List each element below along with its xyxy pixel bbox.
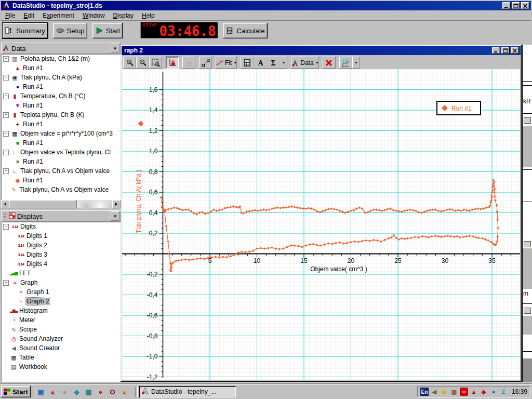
collapse-icon[interactable]: − — [3, 56, 9, 62]
taskbar-task-datastudio[interactable]: DataStudio - tepelny_... — [139, 386, 236, 397]
bird-shortcut[interactable]: ● — [60, 388, 69, 396]
data-item-2[interactable]: −▮Temperature, Ch B (°C) — [1, 91, 121, 101]
setup-button[interactable]: Setup — [53, 23, 87, 38]
display-item-fft[interactable]: ▂▄▆FFT — [1, 269, 121, 278]
run-item[interactable]: ▲Run #1 — [1, 63, 121, 73]
minimize-button[interactable] — [502, 2, 511, 9]
displays-panel-menu-button[interactable]: ▼ — [111, 211, 119, 221]
zoom-select-button[interactable] — [149, 57, 162, 69]
legend[interactable]: Run #1 — [437, 101, 481, 115]
pen-z-icon[interactable]: Z — [499, 388, 508, 396]
scrollbar-thumb[interactable] — [9, 200, 77, 208]
collapse-icon[interactable]: − — [3, 131, 9, 137]
display-item-digits-4[interactable]: 3.14Digits 4 — [1, 259, 121, 269]
close-button[interactable] — [511, 47, 519, 54]
zoom-out-button[interactable] — [136, 57, 149, 69]
display-item-workbook[interactable]: ▤Workbook — [1, 362, 121, 371]
display-item-meter[interactable]: ◔Meter — [1, 315, 121, 325]
display-item-graph[interactable]: −≈Graph — [1, 278, 121, 287]
collapse-icon[interactable]: − — [3, 224, 9, 230]
language-en-indicator[interactable]: En — [420, 388, 429, 396]
collapse-icon[interactable]: − — [3, 280, 9, 286]
run-item[interactable]: ×Run #1 — [1, 157, 121, 166]
menu-display[interactable]: Display — [109, 11, 138, 20]
display-item-digits[interactable]: −3.14Digits — [1, 222, 121, 231]
display-item-table[interactable]: ▦Table — [1, 353, 121, 362]
acrobat-shortcut[interactable]: ▲ — [48, 388, 57, 396]
maximize-button[interactable] — [501, 47, 510, 54]
xy-tool-button[interactable]: xy — [182, 57, 195, 69]
data-item-3[interactable]: −▮Teplota plynu, Ch B (K) — [1, 110, 121, 119]
data-panel-menu-button[interactable]: ▼ — [111, 44, 119, 53]
flame-shortcut[interactable]: ▲ — [120, 388, 129, 396]
data-item-4[interactable]: −▦Objem valce = pi*r*r*y*100 (cm^3 — [1, 129, 121, 138]
collapse-icon[interactable]: − — [3, 168, 9, 174]
opera-shortcut[interactable]: O — [108, 388, 117, 396]
statistics-button[interactable]: Σ — [267, 57, 280, 69]
notes-shortcut[interactable]: ▣ — [36, 388, 45, 396]
fit-dropdown[interactable]: Fit▼ — [216, 57, 237, 69]
display-item-digits-2[interactable]: 3.14Digits 2 — [1, 241, 121, 250]
data-item-6[interactable]: −∟Tlak plynu, Ch A vs Objem valce — [1, 166, 121, 176]
menu-help[interactable]: Help — [138, 11, 159, 20]
run-item[interactable]: ▼Run #1 — [1, 101, 121, 110]
scheduler-icon[interactable]: ▦ — [450, 388, 458, 396]
statistics-dropdown[interactable]: ▼ — [280, 57, 287, 69]
calculate-button[interactable]: Calculate — [223, 23, 268, 38]
collapse-icon[interactable]: − — [3, 112, 9, 118]
data-item-7[interactable]: ✎Tlak plynu, Ch A vs Objem valce — [1, 185, 121, 194]
inkpen-shortcut[interactable]: ◆ — [72, 388, 81, 396]
menu-experiment[interactable]: Experiment — [38, 11, 78, 20]
sync-icon[interactable]: ● — [489, 388, 498, 396]
run-item[interactable]: ■Run #1 — [1, 138, 121, 148]
graph-titlebar[interactable]: raph 2 — [122, 46, 521, 55]
display-item-graph-1[interactable]: ≈Graph 1 — [1, 287, 121, 297]
display-item-scope[interactable]: ∿Scope — [1, 325, 121, 334]
display-item-sound-creator[interactable]: ◀Sound Creator — [1, 343, 121, 353]
calculator-shortcut[interactable]: ▦ — [84, 388, 93, 396]
red-diamond-icon[interactable]: ◆ — [480, 388, 488, 396]
lock-axes-button[interactable] — [166, 57, 179, 69]
zoom-in-button[interactable] — [123, 57, 136, 69]
run-item[interactable]: ●Run #1 — [1, 82, 121, 91]
dragon-shortcut[interactable]: ● — [96, 388, 105, 396]
collapse-icon[interactable]: − — [3, 150, 9, 155]
summary-button[interactable]: Summary — [3, 23, 48, 38]
run-item[interactable]: +Run #1 — [1, 119, 121, 129]
calculate-tool-button[interactable] — [241, 57, 254, 69]
text-tool-button[interactable]: A — [254, 57, 267, 69]
run-item[interactable]: ◆Run #1 — [1, 176, 121, 185]
data-tree-hscrollbar[interactable] — [1, 200, 121, 208]
scroll-left-icon[interactable] — [1, 200, 9, 208]
settings-dropdown[interactable]: ▼ — [352, 57, 360, 69]
data-item-0[interactable]: −▥Poloha pistu, Ch 1&2 (m) — [1, 54, 121, 63]
menu-file[interactable]: File — [1, 11, 19, 20]
display-item-digits-3[interactable]: 3.14Digits 3 — [1, 250, 121, 259]
data-dropdown[interactable]: Data▼ — [291, 57, 318, 69]
close-button[interactable] — [521, 2, 529, 9]
run-label: Run #1 — [22, 158, 44, 165]
volume-icon[interactable]: ◀ — [430, 388, 438, 396]
start-button[interactable]: Start — [92, 23, 123, 38]
smart-tool-button[interactable] — [199, 57, 212, 69]
collapse-icon[interactable]: − — [3, 75, 9, 81]
sound-analyzer-icon: ◎ — [9, 336, 18, 342]
display-item-graph-2[interactable]: ≈Graph 2 — [1, 297, 121, 306]
display-item-histogram[interactable]: ▂▆▃Histogram — [1, 306, 121, 315]
delete-button[interactable] — [323, 57, 336, 69]
scroll-right-icon[interactable] — [112, 200, 121, 208]
display-item-sound-analyzer[interactable]: ◎Sound Analyzer — [1, 334, 121, 343]
start-menu-button[interactable]: Start — [1, 386, 31, 397]
display-item-digits-1[interactable]: 3.14Digits 1 — [1, 231, 121, 241]
settings-button[interactable] — [339, 57, 352, 69]
red-figure-icon[interactable]: ▲ — [470, 388, 478, 396]
menu-edit[interactable]: Edit — [19, 11, 38, 20]
yellow-tool-icon[interactable]: ◆ — [440, 388, 448, 396]
minimize-button[interactable] — [492, 47, 500, 54]
ati-icon[interactable]: ATI — [460, 388, 468, 396]
collapse-icon[interactable]: − — [3, 94, 9, 99]
data-item-1[interactable]: −▣Tlak plynu, Ch A (kPa) — [1, 73, 121, 82]
data-item-5[interactable]: −∟Objem valce vs Teplota plynu, Cl — [1, 148, 121, 157]
menu-window[interactable]: Window — [78, 11, 109, 20]
maximize-button[interactable] — [512, 2, 520, 9]
